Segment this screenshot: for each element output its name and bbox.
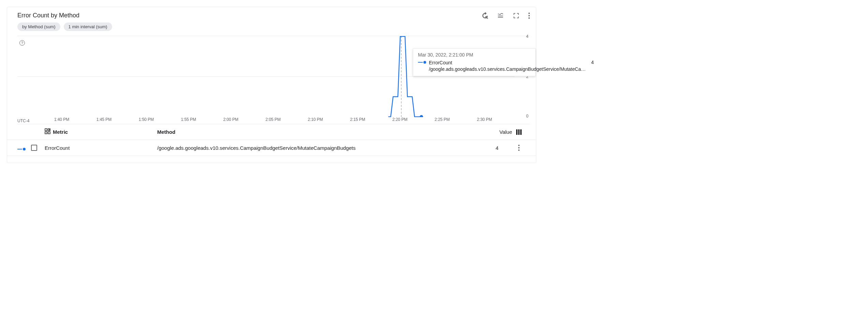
chart-tooltip: Mar 30, 2022, 2:21:00 PM ErrorCount /goo… — [413, 48, 536, 76]
svg-rect-8 — [48, 132, 50, 134]
legend-col-value[interactable]: Value — [488, 129, 512, 135]
tooltip-series-label: ErrorCount /google.ads.googleads.v10.ser… — [429, 60, 586, 73]
reset-zoom-icon[interactable] — [481, 12, 488, 19]
card-header: Error Count by Method — [7, 7, 536, 20]
svg-rect-7 — [45, 132, 47, 134]
x-tick: 1:40 PM — [54, 117, 70, 122]
series-checkbox[interactable] — [31, 145, 37, 151]
legend-method: /google.ads.googleads.v10.services.Campa… — [157, 145, 475, 151]
y-tick: 4 — [526, 34, 528, 39]
legend-value: 4 — [475, 145, 498, 151]
svg-line-1 — [487, 18, 488, 19]
x-tick: 2:10 PM — [308, 117, 323, 122]
chip-by-method[interactable]: by Method (sum) — [17, 22, 60, 31]
legend-header: Metric Method Value — [7, 124, 536, 140]
x-tick: 2:00 PM — [223, 117, 239, 122]
svg-rect-5 — [45, 129, 47, 131]
tooltip-timestamp: Mar 30, 2022, 2:21:00 PM — [418, 52, 530, 58]
x-tick: 2:20 PM — [392, 117, 408, 122]
row-more-icon[interactable] — [518, 145, 520, 151]
chip-interval[interactable]: 1 min interval (sum) — [64, 22, 112, 31]
x-tick: 2:15 PM — [350, 117, 365, 122]
x-tick: 2:05 PM — [266, 117, 281, 122]
metrics-card: Error Count by Method by Method (sum) 1 … — [7, 7, 536, 163]
legend-col-method[interactable]: Method — [157, 129, 488, 135]
header-toolbar — [481, 12, 530, 19]
legend-toggle-icon[interactable] — [497, 12, 504, 19]
y-tick: 0 — [526, 114, 528, 118]
x-axis: 1:40 PM 1:45 PM 1:50 PM 1:55 PM 2:00 PM … — [17, 117, 515, 124]
column-selector-icon[interactable] — [516, 129, 522, 135]
metric-grid-icon[interactable] — [45, 128, 51, 136]
chart-area[interactable]: ? 4 2 0 UTC-4 1:40 PM 1:45 PM 1:50 PM 1:… — [17, 36, 530, 124]
x-tick: 2:30 PM — [477, 117, 492, 122]
x-tick: 1:45 PM — [96, 117, 112, 122]
fullscreen-icon[interactable] — [513, 12, 520, 19]
legend-row[interactable]: ErrorCount /google.ads.googleads.v10.ser… — [7, 140, 536, 156]
x-tick: 2:25 PM — [435, 117, 450, 122]
tooltip-value: 4 — [591, 60, 594, 65]
more-options-icon[interactable] — [528, 13, 530, 19]
x-tick: 1:55 PM — [181, 117, 196, 122]
chip-row: by Method (sum) 1 min interval (sum) — [7, 20, 536, 36]
legend-metric: ErrorCount — [45, 145, 157, 151]
card-title: Error Count by Method — [17, 12, 79, 19]
series-swatch-icon — [17, 148, 26, 150]
series-swatch-icon — [418, 61, 426, 64]
x-tick: 1:50 PM — [139, 117, 154, 122]
legend-col-metric[interactable]: Metric — [53, 129, 68, 135]
